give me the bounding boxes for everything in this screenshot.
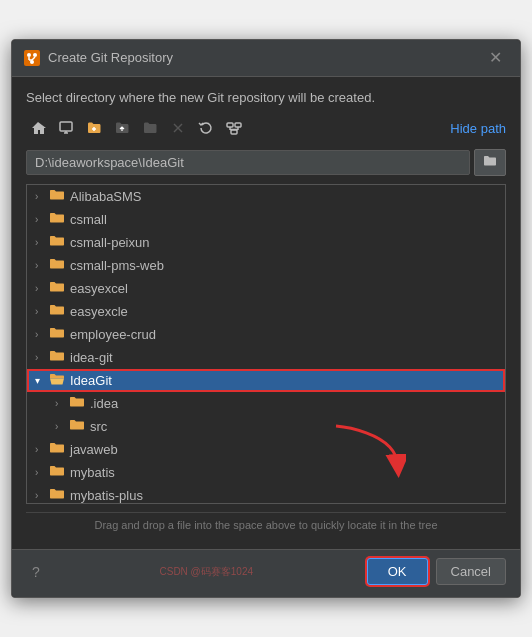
folder-icon (49, 487, 65, 504)
tree-item-label: IdeaGit (70, 373, 112, 388)
folder-icon (49, 234, 65, 251)
tree-item-label: csmall-pms-web (70, 258, 164, 273)
svg-line-6 (32, 57, 35, 60)
tree-item[interactable]: ›csmall-pms-web (27, 254, 505, 277)
expand-arrow-icon[interactable]: › (35, 306, 45, 317)
title-bar: Create Git Repository ✕ (12, 40, 520, 77)
svg-rect-16 (231, 130, 237, 134)
folder-icon (49, 464, 65, 481)
folder-icon (49, 211, 65, 228)
tree-item-label: easyexcel (70, 281, 128, 296)
help-button[interactable]: ? (26, 562, 46, 582)
folder-icon (49, 349, 65, 366)
tree-item[interactable]: ›javaweb (27, 438, 505, 461)
dialog-body: Select directory where the new Git repos… (12, 77, 520, 549)
folder-icon (49, 372, 65, 389)
svg-rect-7 (60, 122, 72, 131)
tree-item[interactable]: ▾IdeaGit (27, 369, 505, 392)
folder-icon (69, 418, 85, 435)
folder-icon (69, 395, 85, 412)
tree-item-label: mybatis-plus (70, 488, 143, 503)
tree-item-label: src (90, 419, 107, 434)
tree-item[interactable]: ›employee-crud (27, 323, 505, 346)
expand-arrow-icon[interactable]: › (35, 283, 45, 294)
dialog-description: Select directory where the new Git repos… (26, 89, 506, 107)
expand-arrow-icon[interactable]: › (35, 260, 45, 271)
svg-rect-15 (235, 123, 241, 127)
tree-item[interactable]: ›mybatis-plus (27, 484, 505, 504)
tree-item-label: mybatis (70, 465, 115, 480)
tree-item[interactable]: ›csmall-peixun (27, 231, 505, 254)
svg-point-1 (33, 53, 37, 57)
tree-item[interactable]: ›easyexcle (27, 300, 505, 323)
browse-button[interactable] (474, 149, 506, 176)
create-git-repository-dialog: Create Git Repository ✕ Select directory… (11, 39, 521, 598)
tree-item-label: .idea (90, 396, 118, 411)
folder-icon (49, 441, 65, 458)
tree-item[interactable]: ›.idea (27, 392, 505, 415)
expand-arrow-icon[interactable]: › (35, 444, 45, 455)
home-button[interactable] (26, 117, 50, 139)
refresh-button[interactable] (194, 117, 218, 139)
delete-button[interactable] (166, 117, 190, 139)
tree-item[interactable]: ›mybatis (27, 461, 505, 484)
expand-arrow-icon[interactable]: › (35, 191, 45, 202)
tree-item[interactable]: ›idea-git (27, 346, 505, 369)
git-icon (24, 50, 40, 66)
expand-arrow-icon[interactable]: › (55, 421, 65, 432)
hide-path-link[interactable]: Hide path (450, 121, 506, 136)
folder-up-button[interactable] (110, 117, 134, 139)
network-button[interactable] (222, 117, 246, 139)
folder-icon (49, 257, 65, 274)
folder-icon (49, 188, 65, 205)
path-input[interactable] (26, 150, 470, 175)
file-tree[interactable]: ›AlibabaSMS›csmall›csmall-peixun›csmall-… (26, 184, 506, 504)
folder-icon (49, 303, 65, 320)
tree-item-label: employee-crud (70, 327, 156, 342)
tree-item-label: idea-git (70, 350, 113, 365)
path-bar (26, 149, 506, 176)
tree-item-label: easyexcle (70, 304, 128, 319)
tree-wrapper: ›AlibabaSMS›csmall›csmall-peixun›csmall-… (26, 184, 506, 504)
dialog-title: Create Git Repository (48, 50, 173, 65)
drag-hint: Drag and drop a file into the space abov… (26, 512, 506, 537)
folder-icon (49, 280, 65, 297)
folder-icon (49, 326, 65, 343)
tree-item[interactable]: ›src (27, 415, 505, 438)
tree-item-label: csmall-peixun (70, 235, 149, 250)
svg-point-0 (27, 53, 31, 57)
close-button[interactable]: ✕ (483, 48, 508, 68)
cancel-button[interactable]: Cancel (436, 558, 506, 585)
expand-arrow-icon[interactable]: › (35, 490, 45, 501)
watermark: CSDN @码赛客1024 (160, 565, 254, 579)
desktop-button[interactable] (54, 117, 78, 139)
svg-rect-14 (227, 123, 233, 127)
expand-arrow-icon[interactable]: › (55, 398, 65, 409)
tree-item[interactable]: ›AlibabaSMS (27, 185, 505, 208)
title-bar-left: Create Git Repository (24, 50, 173, 66)
ok-button[interactable]: OK (367, 558, 428, 585)
expand-arrow-icon[interactable]: › (35, 467, 45, 478)
tree-item[interactable]: ›easyexcel (27, 277, 505, 300)
tree-item[interactable]: ›csmall (27, 208, 505, 231)
expand-arrow-icon[interactable]: › (35, 237, 45, 248)
expand-arrow-icon[interactable]: › (35, 329, 45, 340)
new-folder-button[interactable] (82, 117, 106, 139)
tree-item-label: javaweb (70, 442, 118, 457)
expand-arrow-icon[interactable]: › (35, 214, 45, 225)
expand-arrow-icon[interactable]: › (35, 352, 45, 363)
tree-item-label: csmall (70, 212, 107, 227)
dialog-footer: ? CSDN @码赛客1024 OK Cancel (12, 549, 520, 597)
tree-item-label: AlibabaSMS (70, 189, 142, 204)
toolbar: Hide path (26, 115, 506, 141)
expand-arrow-icon[interactable]: ▾ (35, 375, 45, 386)
folder-move-button[interactable] (138, 117, 162, 139)
